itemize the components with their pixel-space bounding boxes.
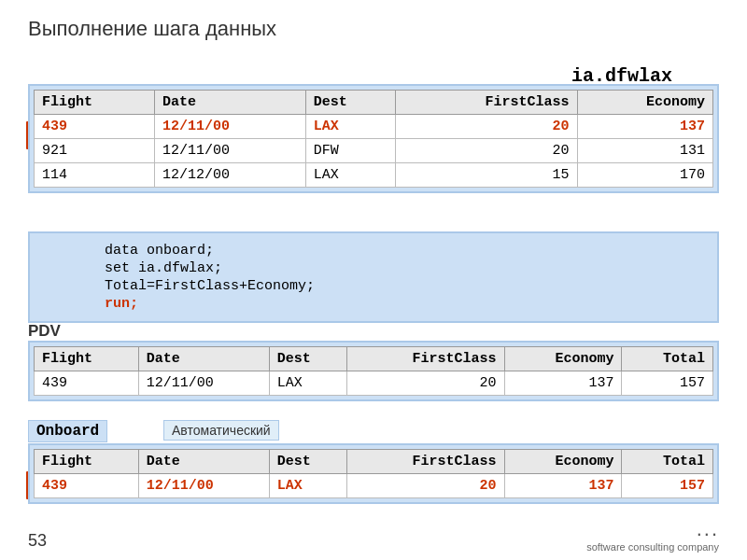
col-flight-top: Flight: [35, 91, 155, 115]
cell-firstclass: 20: [347, 371, 504, 396]
cell-flight: 921: [35, 139, 155, 163]
cell-date: 12/11/00: [155, 139, 306, 163]
pdv-table: Flight Date Dest FirstClass Economy Tota…: [34, 346, 713, 396]
col-economy-pdv: Economy: [504, 347, 622, 371]
cell-total: 157: [622, 371, 713, 396]
table-row: 439 12/11/00 LAX 20 137 157: [35, 371, 713, 396]
cell-date: 12/11/00: [155, 115, 306, 139]
cell-economy: 137: [504, 474, 622, 498]
cell-flight: 439: [35, 371, 139, 396]
code-line-1: data onboard;: [105, 243, 706, 259]
col-total-pdv: Total: [622, 347, 713, 371]
cell-total: 157: [622, 474, 713, 498]
logo-area: ... software consulting company: [586, 517, 719, 553]
cell-firstclass: 15: [396, 163, 577, 188]
onboard-label: Onboard: [28, 420, 107, 442]
col-date-pdv: Date: [138, 347, 269, 371]
top-table-container: Flight Date Dest FirstClass Economy 439 …: [28, 84, 719, 193]
pdv-table-container: Flight Date Dest FirstClass Economy Tota…: [28, 341, 719, 401]
cell-dest: LAX: [269, 371, 346, 396]
onboard-table-section: Flight Date Dest FirstClass Economy Tota…: [28, 443, 719, 504]
table-row: 439 12/11/00 LAX 20 137: [35, 115, 713, 139]
cell-flight: 114: [35, 163, 155, 188]
cell-dest: LAX: [305, 115, 395, 139]
col-economy-onboard: Economy: [504, 450, 622, 474]
code-block: data onboard; set ia.dfwlax; Total=First…: [28, 231, 719, 323]
page-title: Выполнение шага данных: [0, 0, 747, 50]
col-economy-top: Economy: [577, 91, 712, 115]
onboard-table-container: Flight Date Dest FirstClass Economy Tota…: [28, 443, 719, 504]
cell-date: 12/12/00: [155, 163, 306, 188]
col-dest-top: Dest: [305, 91, 395, 115]
col-total-onboard: Total: [622, 450, 713, 474]
cell-dest: LAX: [305, 163, 395, 188]
cell-flight: 439: [35, 474, 139, 498]
col-firstclass-top: FirstClass: [396, 91, 577, 115]
cell-firstclass: 20: [347, 474, 504, 498]
table-row: 114 12/12/00 LAX 15 170: [35, 163, 713, 188]
table-row: 439 12/11/00 LAX 20 137 157: [35, 474, 713, 498]
cell-flight: 439: [35, 115, 155, 139]
col-dest-pdv: Dest: [269, 347, 346, 371]
cell-dest: DFW: [305, 139, 395, 163]
col-firstclass-onboard: FirstClass: [347, 450, 504, 474]
cell-economy: 131: [577, 139, 712, 163]
cell-firstclass: 20: [396, 115, 577, 139]
cell-economy: 137: [577, 115, 712, 139]
code-line-3: Total=FirstClass+Economy;: [105, 278, 706, 294]
page-number: 53: [28, 531, 47, 551]
avtomaticheski-label: Автоматический: [163, 420, 279, 441]
cell-economy: 137: [504, 371, 622, 396]
code-line-2: set ia.dfwlax;: [105, 260, 706, 276]
col-date-onboard: Date: [138, 450, 269, 474]
pdv-table-section: Flight Date Dest FirstClass Economy Tota…: [28, 341, 719, 401]
col-date-top: Date: [155, 91, 306, 115]
col-dest-onboard: Dest: [269, 450, 346, 474]
run-keyword: run;: [105, 296, 138, 312]
col-flight-pdv: Flight: [35, 347, 139, 371]
top-table: Flight Date Dest FirstClass Economy 439 …: [34, 90, 713, 188]
col-firstclass-pdv: FirstClass: [347, 347, 504, 371]
col-flight-onboard: Flight: [35, 450, 139, 474]
onboard-table: Flight Date Dest FirstClass Economy Tota…: [34, 449, 713, 498]
table-row: 921 12/11/00 DFW 20 131: [35, 139, 713, 163]
cell-firstclass: 20: [396, 139, 577, 163]
logo-text: software consulting company: [586, 541, 719, 553]
cell-economy: 170: [577, 163, 712, 188]
top-table-section: Flight Date Dest FirstClass Economy 439 …: [28, 84, 719, 193]
cell-date: 12/11/00: [138, 371, 269, 396]
cell-date: 12/11/00: [138, 474, 269, 498]
code-line-4: run;: [105, 296, 706, 312]
pdv-label: PDV: [28, 322, 61, 341]
cell-dest: LAX: [269, 474, 346, 498]
logo-dots: ...: [586, 517, 719, 541]
